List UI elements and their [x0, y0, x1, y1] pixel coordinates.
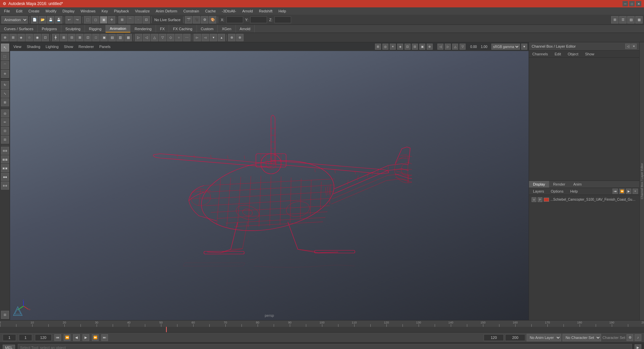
viewport[interactable]: View Shading Lighting Show Renderer Pane…	[10, 42, 529, 320]
vp-tb-3[interactable]: ☀	[390, 44, 396, 50]
st-btn-13[interactable]: ▣	[100, 34, 108, 41]
st-btn-21[interactable]: ◇	[167, 34, 174, 41]
range-end-input[interactable]	[35, 334, 52, 341]
toolbar-right-4[interactable]: ▦	[635, 16, 643, 23]
menu-3dtool[interactable]: -3DtoAll-	[219, 8, 239, 14]
vp-menu-lighting[interactable]: Lighting	[44, 44, 61, 49]
play-backward[interactable]: ◀	[73, 334, 80, 341]
playhead[interactable]	[166, 327, 167, 332]
st-btn-1[interactable]: ⊕	[1, 34, 9, 41]
tab-arnold-tab[interactable]: Arnold	[236, 25, 255, 33]
display-mode-1[interactable]: ⊞⊞	[1, 147, 9, 155]
layer-add[interactable]: +	[633, 189, 638, 194]
save-as-button[interactable]: 💾	[55, 16, 62, 23]
vp-tb-5[interactable]: ⊡	[405, 44, 411, 50]
menu-edit[interactable]: Edit	[13, 8, 25, 14]
menu-playback[interactable]: Playback	[111, 8, 132, 14]
tab-xgen[interactable]: XGen	[218, 25, 235, 33]
st-btn-25[interactable]: ◅	[202, 34, 209, 41]
tab-fx[interactable]: FX	[156, 25, 169, 33]
close-button[interactable]: ✕	[636, 1, 641, 6]
vp-tb-7[interactable]: ▣	[419, 44, 425, 50]
minimize-button[interactable]: ─	[623, 1, 628, 6]
paint-select-tool[interactable]: ⬚	[1, 52, 9, 60]
gamma-dropdown[interactable]: sRGB gamma	[491, 44, 520, 50]
step-forward[interactable]: ⏩	[92, 334, 99, 341]
tab-rigging[interactable]: Rigging	[85, 25, 106, 33]
y-input[interactable]	[250, 16, 267, 23]
play-forward[interactable]: ▶	[83, 334, 89, 341]
playback-start-input[interactable]	[484, 334, 504, 341]
ipr-button[interactable]: 🎥	[193, 16, 200, 23]
toolbar-right-3[interactable]: ▤	[627, 16, 635, 23]
universal-manip[interactable]: ⊞	[1, 98, 9, 106]
st-btn-10[interactable]: ⊠	[76, 34, 84, 41]
vp-tb-4[interactable]: ◈	[397, 44, 403, 50]
cb-close-btn[interactable]: ✕	[631, 44, 637, 49]
vp-tb-8[interactable]: ⊕	[427, 44, 433, 50]
character-set-dropdown[interactable]: No Character Set	[562, 334, 601, 341]
lasso-tool-button[interactable]: ◻	[92, 16, 99, 23]
st-btn-11[interactable]: ⊡	[84, 34, 92, 41]
vp-tb-11[interactable]: △	[452, 44, 458, 50]
menu-arnold[interactable]: Arnold	[239, 8, 256, 14]
menu-cache[interactable]: Cache	[203, 8, 219, 14]
st-btn-19[interactable]: △	[151, 34, 158, 41]
vp-settings[interactable]: ▼	[521, 44, 527, 50]
rotate-tool[interactable]: ↻	[1, 81, 9, 89]
cb-tab-object[interactable]: Object	[564, 51, 582, 57]
st-btn-15[interactable]: ▥	[116, 34, 124, 41]
mel-submit[interactable]: ▶	[635, 344, 641, 349]
menu-help[interactable]: Help	[276, 8, 289, 14]
layer-play[interactable]: ▶	[626, 189, 631, 194]
sculpt-tool[interactable]: ✏	[1, 118, 9, 126]
tab-fx-caching[interactable]: FX Caching	[169, 25, 197, 33]
vp-tb-9[interactable]: ◁	[437, 44, 443, 50]
anim-layer-dropdown[interactable]: No Anim Layer	[527, 334, 561, 341]
st-btn-29[interactable]: ⊗	[236, 34, 244, 41]
move-tool[interactable]: ✛	[1, 70, 9, 78]
menu-file[interactable]: File	[1, 8, 13, 14]
dst-layers[interactable]: Layers	[530, 189, 547, 194]
toolbar-right-2[interactable]: ☰	[619, 16, 627, 23]
menu-modify[interactable]: Modify	[43, 8, 59, 14]
layer-prev[interactable]: ⏪	[619, 189, 625, 194]
display-mode-3[interactable]: ▣▣	[1, 164, 9, 172]
layer-visibility[interactable]: V	[532, 197, 536, 202]
vp-menu-renderer[interactable]: Renderer	[76, 44, 96, 49]
st-btn-2[interactable]: ⊞	[9, 34, 17, 41]
dt-tab-render[interactable]: Render	[549, 181, 569, 188]
settings-btn[interactable]: ⚙	[627, 334, 633, 341]
st-btn-27[interactable]: ▴	[218, 34, 225, 41]
st-btn-3[interactable]: ◈	[17, 34, 25, 41]
vp-menu-view[interactable]: View	[11, 44, 23, 49]
render-button[interactable]: 🎬	[185, 16, 192, 23]
dt-tab-display[interactable]: Display	[529, 181, 549, 188]
render-settings-button[interactable]: ⚙	[201, 16, 208, 23]
select-tool[interactable]: ↖	[1, 44, 9, 52]
menu-visualize[interactable]: Visualize	[132, 8, 152, 14]
timeline-ruler[interactable]: 0102030405060708090100110120130140150160…	[0, 320, 644, 327]
toolbar-right-1[interactable]: ⊞	[611, 16, 619, 23]
tab-animation[interactable]: Animation	[106, 25, 130, 33]
menu-anim-deform[interactable]: Anim Deform	[153, 8, 180, 14]
dt-tab-anim[interactable]: Anim	[569, 181, 586, 188]
display-mode-2[interactable]: ▦▦	[1, 155, 9, 163]
hypershade-button[interactable]: 🎨	[209, 16, 216, 23]
snap-together[interactable]: ⊟	[1, 136, 9, 144]
vp-tb-10[interactable]: ▷	[445, 44, 451, 50]
quick-layout[interactable]: ⊟	[1, 311, 9, 319]
menu-redshift[interactable]: Redshift	[256, 8, 275, 14]
st-btn-17[interactable]: ▷	[135, 34, 142, 41]
forward-to-end[interactable]: ⏭	[101, 334, 108, 341]
st-btn-7[interactable]: ╋	[52, 34, 59, 41]
show-manip[interactable]: ⊡	[1, 127, 9, 135]
st-btn-18[interactable]: ◁	[143, 34, 150, 41]
tab-curves-surfaces[interactable]: Curves / Surfaces	[0, 25, 38, 33]
snap-curve-button[interactable]: ⌒	[126, 16, 134, 23]
vp-tb-1[interactable]: ⊞	[375, 44, 381, 50]
mel-input[interactable]	[18, 344, 632, 349]
snap-point-button[interactable]: ·	[135, 16, 142, 23]
st-btn-28[interactable]: ⊕	[228, 34, 235, 41]
dst-help[interactable]: Help	[568, 189, 581, 194]
